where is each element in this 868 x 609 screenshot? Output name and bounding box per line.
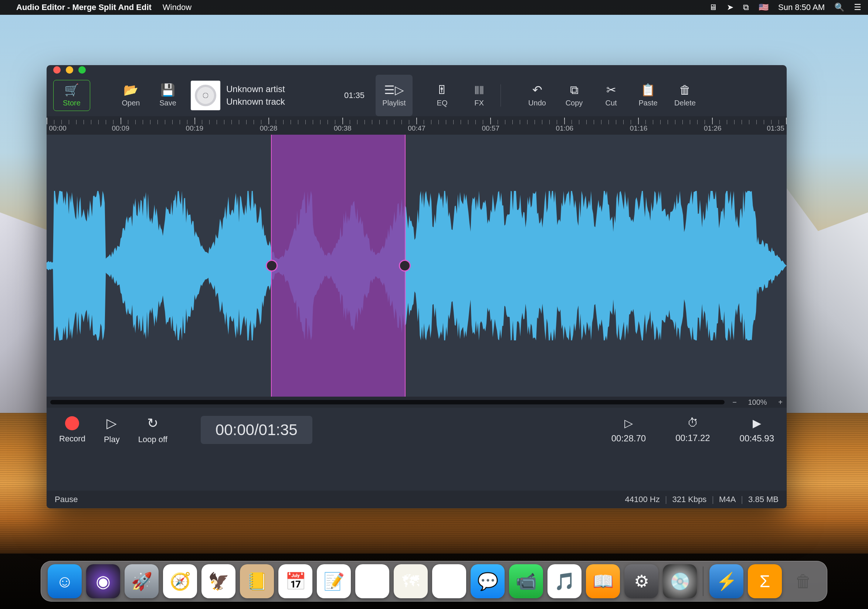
dock-thunderbolt-icon[interactable]: ⚡ — [710, 564, 743, 598]
sliders-icon: 🎚 — [436, 84, 448, 96]
flag-end-icon: ▶ — [753, 416, 761, 430]
dock-trash-icon[interactable]: 🗑 — [786, 564, 820, 598]
scroll-track[interactable] — [50, 400, 725, 404]
dock-audio-editor-icon[interactable]: 💿 — [663, 564, 697, 598]
dock-contacts-icon[interactable]: 📒 — [240, 564, 274, 598]
playback-state: Pause — [55, 495, 78, 504]
dock-itunes-icon[interactable]: 🎵 — [547, 564, 581, 598]
cut-button[interactable]: ✂ Cut — [592, 75, 629, 116]
playlist-button[interactable]: ☰▷ Playlist — [375, 75, 412, 116]
app-window: 🛒 Store 📂 Open 💾 Save Unknown artist Unk… — [46, 65, 787, 508]
dock-mail-icon[interactable]: 🦅 — [202, 564, 236, 598]
zoom-out-button[interactable]: − — [728, 398, 741, 407]
zoom-bar: − 100% + — [46, 397, 787, 408]
display-icon[interactable]: 🖥 — [709, 3, 717, 12]
save-icon: 💾 — [160, 84, 175, 96]
ruler-labels: 00:0000:0900:1900:2800:3800:4700:5701:06… — [46, 124, 787, 135]
fx-button[interactable]: ⦀⦀ FX — [460, 75, 498, 116]
store-button[interactable]: 🛒 Store — [53, 80, 90, 111]
menubar-window[interactable]: Window — [163, 3, 192, 12]
ruler-label: 00:47 — [408, 124, 426, 132]
dock: ☺◉🚀🧭🦅📒📅📝▤🗺❀💬📹🎵📖⚙💿⚡Σ🗑 — [41, 561, 827, 601]
ruler-label: 00:57 — [482, 124, 499, 132]
dock-calendar-icon[interactable]: 📅 — [278, 564, 312, 598]
dock-ibooks-icon[interactable]: 📖 — [586, 564, 620, 598]
dock-sigma-icon[interactable]: Σ — [748, 564, 782, 598]
cursor-icon[interactable]: ➤ — [727, 3, 733, 12]
dock-launchpad-icon[interactable]: 🚀 — [125, 564, 158, 598]
transport-bar: Record ▷ Play ↻ Loop off 00:00/01:35 ▷ 0… — [46, 408, 787, 452]
selection-end-handle[interactable] — [399, 260, 411, 272]
ruler-label: 01:16 — [630, 124, 648, 132]
selection-end-marker: ▶ 00:45.93 — [740, 416, 774, 444]
ruler-label: 01:06 — [556, 124, 574, 132]
zoom-percent: 100% — [741, 398, 774, 407]
ruler-label: 00:09 — [112, 124, 129, 132]
fx-icon: ⦀⦀ — [474, 84, 484, 96]
dock-notes-icon[interactable]: 📝 — [317, 564, 351, 598]
paste-icon: 📋 — [641, 84, 656, 96]
ruler-label: 01:35 — [767, 124, 784, 132]
undo-button[interactable]: ↶ Undo — [519, 75, 556, 116]
dock-reminders-icon[interactable]: ▤ — [355, 564, 389, 598]
selection-duration-marker: ⏱ 00:17.22 — [676, 416, 710, 444]
dock-facetime-icon[interactable]: 📹 — [509, 564, 543, 598]
track-info: Unknown artist Unknown track 01:35 — [191, 81, 364, 110]
open-button[interactable]: 📂 Open — [112, 75, 149, 116]
dock-photos-icon[interactable]: ❀ — [432, 564, 466, 598]
dock-messages-icon[interactable]: 💬 — [471, 564, 505, 598]
ruler-label: 00:38 — [334, 124, 352, 132]
zoom-in-button[interactable]: + — [774, 398, 787, 407]
ruler-label: 00:28 — [260, 124, 277, 132]
dock-maps-icon[interactable]: 🗺 — [394, 564, 428, 598]
dock-finder-icon[interactable]: ☺ — [48, 564, 82, 598]
window-close-button[interactable] — [53, 66, 60, 74]
delete-button[interactable]: 🗑 Delete — [666, 75, 704, 116]
menubar: Audio Editor - Merge Split And Edit Wind… — [0, 0, 868, 15]
selection-region[interactable] — [271, 135, 406, 397]
ruler-label: 00:00 — [49, 124, 67, 132]
paste-button[interactable]: 📋 Paste — [629, 75, 666, 116]
spotlight-icon[interactable]: 🔍 — [834, 3, 844, 12]
dock-divider — [703, 567, 704, 596]
record-icon — [65, 416, 79, 430]
eq-button[interactable]: 🎚 EQ — [424, 75, 460, 116]
record-button[interactable]: Record — [59, 416, 85, 444]
airplay-icon[interactable]: ⧉ — [743, 3, 749, 12]
copy-button[interactable]: ⧉ Copy — [556, 75, 592, 116]
play-button[interactable]: ▷ Play — [104, 415, 120, 444]
undo-icon: ↶ — [532, 84, 542, 96]
ruler-ticks — [46, 116, 787, 124]
folder-icon: 📂 — [124, 84, 138, 96]
window-minimize-button[interactable] — [66, 66, 73, 74]
window-titlebar — [46, 65, 787, 75]
loop-icon: ↻ — [147, 415, 158, 431]
toolbar-divider — [501, 84, 501, 107]
selection-start-handle[interactable] — [266, 260, 277, 272]
time-ruler[interactable]: 00:0000:0900:1900:2800:3800:4700:5701:06… — [46, 116, 787, 135]
loop-button[interactable]: ↻ Loop off — [138, 415, 167, 444]
audio-format: M4A — [719, 495, 736, 504]
scissors-icon: ✂ — [606, 84, 616, 96]
album-art-icon — [191, 81, 220, 110]
menubar-clock[interactable]: Sun 8:50 AM — [778, 3, 825, 12]
dock-settings-icon[interactable]: ⚙ — [625, 564, 659, 598]
file-size: 3.85 MB — [748, 495, 778, 504]
flag-icon[interactable]: 🇺🇸 — [759, 3, 769, 12]
ruler-label: 00:19 — [186, 124, 204, 132]
status-bar: Pause 44100 Hz| 321 Kbps| M4A| 3.85 MB — [46, 491, 787, 508]
bitrate: 321 Kbps — [672, 495, 707, 504]
toolbar: 🛒 Store 📂 Open 💾 Save Unknown artist Unk… — [46, 75, 787, 116]
track-artist: Unknown artist — [226, 84, 285, 94]
dock-siri-icon[interactable]: ◉ — [86, 564, 120, 598]
waveform-canvas[interactable] — [46, 135, 787, 397]
dock-safari-icon[interactable]: 🧭 — [163, 564, 197, 598]
save-button[interactable]: 💾 Save — [149, 75, 186, 116]
window-zoom-button[interactable] — [78, 66, 86, 74]
sample-rate: 44100 Hz — [625, 495, 660, 504]
track-title: Unknown track — [226, 96, 285, 107]
flag-start-icon: ▷ — [625, 416, 633, 430]
trash-icon: 🗑 — [679, 84, 691, 96]
menubar-app-name[interactable]: Audio Editor - Merge Split And Edit — [16, 3, 152, 12]
menu-extras-icon[interactable]: ☰ — [854, 3, 861, 12]
